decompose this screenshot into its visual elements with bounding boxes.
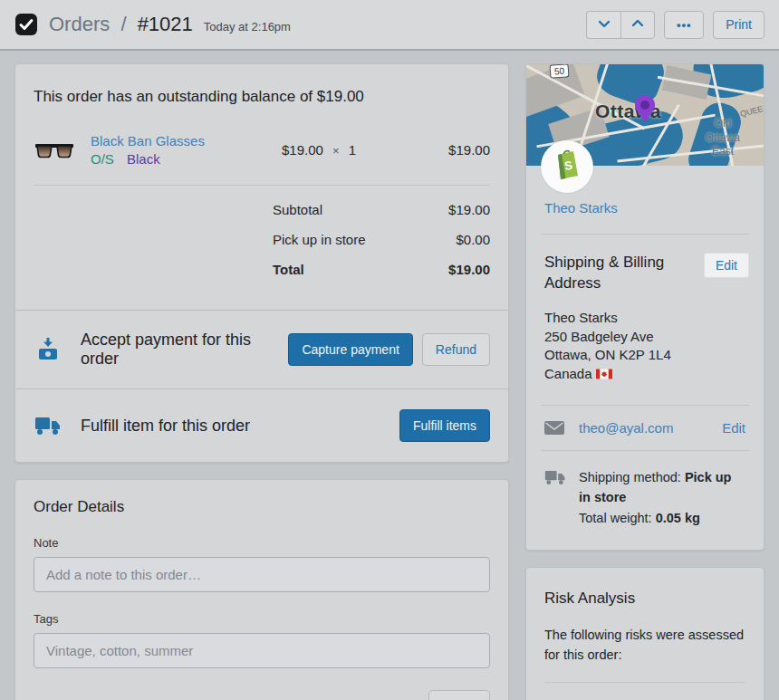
shipping-method-text: Shipping method: Pick up in store Total … (579, 467, 745, 528)
address-country-line: Canada (544, 365, 745, 385)
variant-size: O/S (91, 151, 114, 167)
map-route-badge: 50 (550, 64, 570, 79)
map-pin-icon (635, 95, 655, 115)
product-variant: O/S Black (91, 151, 282, 167)
subtotal-value: $19.00 (448, 202, 490, 217)
fulfillment-section: Fulfill item for this order Fulfill item… (15, 388, 508, 462)
order-summary-body: This order has an outstanding balance of… (15, 64, 508, 310)
map-edge-label: QUEE (740, 104, 764, 119)
truck-icon (34, 417, 63, 436)
risk-item: ✓ The billing address country matches th… (544, 697, 745, 700)
order-pagination-group (586, 11, 655, 39)
variant-color: Black (127, 151, 160, 167)
previous-order-button[interactable] (586, 11, 620, 39)
header-actions: ••• Print (586, 11, 765, 39)
shipping-billing-heading: Shipping & Billing Address (544, 253, 704, 294)
multiply-symbol: × (332, 144, 340, 158)
capture-payment-button[interactable]: Capture payment (288, 333, 412, 366)
print-button[interactable]: Print (713, 11, 765, 39)
refund-button[interactable]: Refund (422, 333, 490, 366)
customer-avatar: S (541, 140, 593, 193)
risk-item-text: The billing address country matches the … (572, 697, 745, 700)
line-item-total: $19.00 (418, 142, 490, 158)
customer-email-link[interactable]: theo@ayal.com (579, 420, 722, 436)
ellipsis-icon: ••• (677, 18, 692, 32)
outstanding-balance-heading: This order has an outstanding balance of… (34, 88, 490, 106)
shipping-row: Pick up in store $0.00 (273, 232, 490, 247)
envelope-icon (544, 421, 566, 435)
product-link[interactable]: Black Ban Glasses (91, 133, 282, 149)
content-area: This order has an outstanding balance of… (0, 51, 779, 700)
address-line: 250 Badgeley Ave (544, 328, 745, 347)
customer-card: 50 Ottawa Old Ottawa East QUEE S (525, 63, 765, 551)
total-weight-label: Total weight: (579, 511, 656, 525)
breadcrumb-orders-link[interactable]: Orders (49, 13, 110, 35)
page-title: #1021 (138, 13, 193, 35)
note-label: Note (34, 536, 490, 550)
breadcrumb: Orders / #1021 (49, 13, 193, 36)
more-actions-button[interactable]: ••• (664, 11, 704, 39)
shipping-truck-icon (544, 470, 566, 485)
price-quantity: $19.00 × 1 (282, 142, 418, 158)
shipping-method-row: Shipping method: Pick up in store Total … (526, 451, 764, 550)
capture-payment-icon (34, 337, 63, 362)
save-button[interactable]: Save (428, 690, 490, 700)
total-value: $19.00 (448, 262, 490, 277)
order-totals: Subtotal $19.00 Pick up in store $0.00 T… (273, 189, 490, 277)
page-header: Orders / #1021 Today at 2:16pm (0, 0, 779, 51)
check-icon: ✓ (544, 697, 572, 700)
product-thumbnail-sunglasses (34, 137, 75, 164)
chevron-up-icon (630, 16, 645, 34)
address-country: Canada (544, 366, 592, 381)
address-line: Theo Starks (544, 309, 745, 328)
note-input[interactable] (34, 557, 490, 592)
fulfillment-heading: Fulfill item for this order (81, 417, 399, 436)
edit-address-button[interactable]: Edit (704, 253, 749, 278)
orders-icon (14, 13, 38, 36)
risk-analysis-title: Risk Analysis (544, 590, 745, 608)
divider (544, 682, 745, 683)
order-timestamp: Today at 2:16pm (204, 20, 291, 34)
shipping-value: $0.00 (456, 232, 490, 247)
line-item-row: Black Ban Glasses O/S Black $19.00 × 1 $… (34, 133, 490, 167)
left-column: This order has an outstanding balance of… (14, 63, 509, 700)
subtotal-row: Subtotal $19.00 (273, 202, 490, 217)
shipping-address: Theo Starks 250 Badgeley Ave Ottawa, ON … (526, 307, 764, 405)
shopify-bag-icon: S (552, 148, 582, 186)
payment-heading: Accept payment for this order (81, 331, 288, 369)
quantity: 1 (349, 142, 356, 158)
risk-analysis-card: Risk Analysis The following risks were a… (525, 567, 765, 700)
shipping-label: Pick up in store (273, 232, 456, 247)
risk-analysis-body: Risk Analysis The following risks were a… (526, 568, 764, 700)
tags-label: Tags (34, 612, 490, 626)
order-details-card: Order Details Note Tags Save (14, 479, 509, 700)
save-row: Save (34, 690, 490, 700)
map-area-label: Old Ottawa East (706, 117, 740, 159)
customer-name-link[interactable]: Theo Starks (544, 200, 745, 216)
canada-flag-icon (596, 366, 612, 385)
right-column: 50 Ottawa Old Ottawa East QUEE S (525, 63, 765, 700)
shipping-billing-header: Shipping & Billing Address Edit (526, 235, 764, 307)
total-row: Total $19.00 (273, 262, 490, 277)
line-item-divider (34, 185, 490, 186)
header-left: Orders / #1021 Today at 2:16pm (14, 13, 586, 36)
chevron-down-icon (597, 16, 611, 34)
order-details-title: Order Details (34, 498, 490, 516)
order-summary-card: This order has an outstanding balance of… (14, 63, 509, 463)
unit-price: $19.00 (282, 142, 323, 158)
email-row: theo@ayal.com Edit (526, 406, 764, 450)
fulfill-items-button[interactable]: Fulfill items (399, 409, 490, 442)
shipping-method-label: Shipping method: (579, 470, 685, 484)
risk-intro: The following risks were assessed for th… (544, 626, 745, 666)
address-line: Ottawa, ON K2P 1L4 (544, 346, 745, 365)
next-order-button[interactable] (620, 11, 655, 39)
tags-input[interactable] (34, 633, 490, 668)
payment-section: Accept payment for this order Capture pa… (15, 310, 508, 388)
order-details-body: Order Details Note Tags Save (15, 480, 508, 700)
total-weight-value: 0.05 kg (656, 511, 700, 525)
total-label: Total (273, 262, 448, 277)
breadcrumb-separator: / (120, 13, 126, 35)
order-page: Orders / #1021 Today at 2:16pm (0, 0, 779, 700)
line-item-info: Black Ban Glasses O/S Black (91, 133, 282, 167)
edit-email-link[interactable]: Edit (722, 420, 745, 436)
